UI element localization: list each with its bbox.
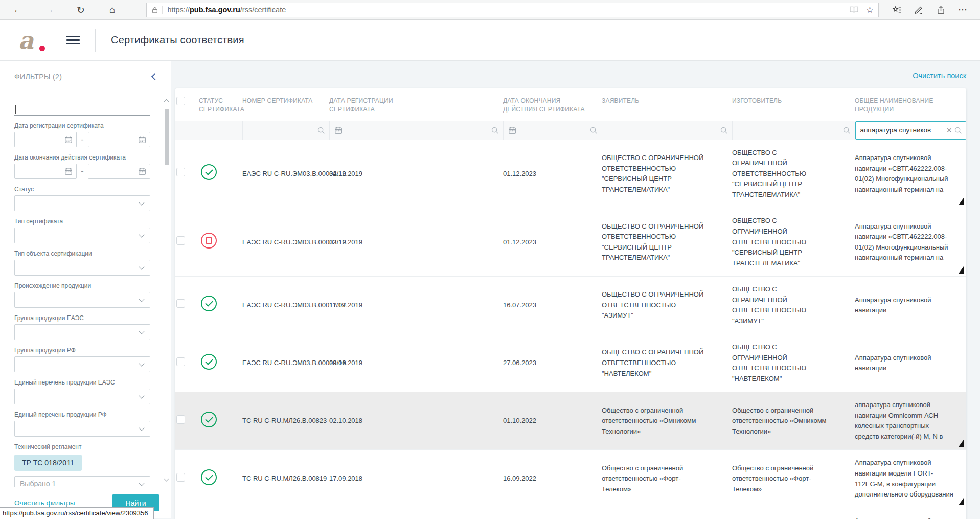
menu-hamburger-icon[interactable] xyxy=(66,34,80,47)
results-table-card: СТАТУС СЕРТИФИКАТАНОМЕР СЕРТИФИКАТАДАТА … xyxy=(175,88,966,519)
table-row[interactable]: ЕАЭС RU С-RU.ЭМ03.В.00033/1902.12.201901… xyxy=(175,208,966,277)
column-header-manufacturer[interactable]: ИЗГОТОВИТЕЛЬ xyxy=(732,97,782,105)
filter-label: Тип объекта сертификации xyxy=(14,250,150,257)
status-valid-icon xyxy=(201,412,217,427)
column-filter-cell[interactable] xyxy=(732,121,855,140)
select-all-checkbox[interactable] xyxy=(176,97,185,105)
address-bar[interactable]: https://pub.fsa.gov.ru/rss/certificate ☆ xyxy=(146,3,879,17)
filter-select[interactable] xyxy=(14,421,150,437)
column-filter-cell[interactable]: аппаратура спутников× xyxy=(855,121,966,140)
column-header-number[interactable]: НОМЕР СЕРТИФИКАТА xyxy=(242,97,313,105)
date-from-input[interactable] xyxy=(14,164,77,179)
column-header-reg_date[interactable]: ДАТА РЕГИСТРАЦИИ СЕРТИФИКАТА xyxy=(329,97,411,115)
app-header: а Сертификаты соответствия xyxy=(0,20,980,61)
home-icon[interactable]: ⌂ xyxy=(106,4,119,15)
manufacturer: Общество с ограниченной ответственностью… xyxy=(732,392,855,450)
column-filter-cell[interactable] xyxy=(242,121,329,140)
favorite-star-icon[interactable]: ☆ xyxy=(866,5,874,15)
column-header-status[interactable]: СТАТУС СЕРТИФИКАТА xyxy=(199,97,244,115)
filter-select[interactable] xyxy=(14,260,150,276)
column-filter-cell[interactable] xyxy=(329,121,503,140)
row-checkbox[interactable] xyxy=(176,357,185,366)
table-row[interactable]: ЕАЭС RU С-RU.ЭМ03.В.00009/1928.06.201927… xyxy=(175,334,966,392)
table-row[interactable]: ТС RU С-RU.МЛ26.В.0081817.09.201816.09.2… xyxy=(175,508,966,519)
filter-label: Дата регистрации сертификата xyxy=(14,122,150,129)
table-row[interactable]: ЕАЭС RU С-RU.ЭМ03.В.00011/1917.07.201916… xyxy=(175,277,966,334)
forward-icon[interactable]: → xyxy=(43,4,56,15)
sidebar-scrollbar[interactable] xyxy=(163,98,170,483)
clear-filters-link[interactable]: Очистить фильтры xyxy=(14,499,75,507)
date-to-input[interactable] xyxy=(88,132,150,147)
filter-label: Группа продукции РФ xyxy=(14,347,150,354)
collapse-sidebar-icon[interactable] xyxy=(151,73,158,80)
hub-favorites-icon[interactable] xyxy=(892,6,902,14)
filter-text-input[interactable] xyxy=(14,103,150,116)
fsa-logo[interactable]: а xyxy=(18,26,46,55)
row-checkbox[interactable] xyxy=(176,415,185,424)
filter-select[interactable] xyxy=(14,356,150,372)
filter-select[interactable] xyxy=(14,228,150,243)
expiration-date: 01.12.2023 xyxy=(503,208,602,277)
selected-filter-chip[interactable]: ТР ТС 018/2011 xyxy=(14,455,82,471)
row-checkbox[interactable] xyxy=(176,236,185,245)
lock-icon xyxy=(151,6,158,14)
calendar-icon xyxy=(64,136,73,144)
filter-select[interactable] xyxy=(14,324,150,340)
scroll-down-icon[interactable] xyxy=(164,477,169,482)
browser-status-tooltip: https://pub.fsa.gov.ru/rss/certificate/v… xyxy=(0,507,154,519)
logo-letter: а xyxy=(18,27,34,54)
browser-toolbar: ← → ↻ ⌂ https://pub.fsa.gov.ru/rss/certi… xyxy=(0,0,980,20)
reading-view-icon[interactable] xyxy=(849,6,859,14)
applicant: Общество с ограниченной ответственностью… xyxy=(602,392,732,450)
table-row[interactable]: ЕАЭС RU С-RU.ЭМ03.В.00034/1902.12.201901… xyxy=(175,140,966,208)
calendar-icon xyxy=(138,136,146,144)
row-checkbox[interactable] xyxy=(176,473,185,482)
product-name: Аппаратура спутниковой навигации xyxy=(855,277,966,334)
scrollbar-thumb[interactable] xyxy=(165,109,169,165)
product-name: аппаратура спутниковой навигации Omnicom… xyxy=(855,392,966,450)
truncation-marker-icon xyxy=(959,498,964,505)
expiration-date: 16.07.2023 xyxy=(503,277,602,334)
filter-select[interactable] xyxy=(14,292,150,308)
date-from-input[interactable] xyxy=(14,132,77,147)
more-menu-icon[interactable]: ⋯ xyxy=(958,4,968,15)
logo-dot xyxy=(39,46,45,51)
column-filter-cell[interactable] xyxy=(503,121,602,140)
column-filter-cell[interactable] xyxy=(602,121,732,140)
calendar-icon xyxy=(508,126,516,134)
share-icon[interactable] xyxy=(936,6,946,14)
truncation-marker-icon xyxy=(959,198,964,205)
filter-select[interactable] xyxy=(14,389,150,404)
certificate-number: ЕАЭС RU С-RU.ЭМ03.В.00009/19 xyxy=(242,334,329,392)
certificate-number: ТС RU С-RU.МЛ26.В.00823 xyxy=(242,392,329,450)
column-header-product[interactable]: ОБЩЕЕ НАИМЕНОВАНИЕ ПРОДУКЦИИ xyxy=(855,97,937,115)
clear-search-link[interactable]: Очистить поиск xyxy=(913,72,966,80)
table-row[interactable]: ТС RU С-RU.МЛ26.В.0081917.09.201816.09.2… xyxy=(175,450,966,508)
registration-date: 02.12.2019 xyxy=(329,140,503,208)
annotate-pen-icon[interactable] xyxy=(914,6,924,14)
filter-select[interactable] xyxy=(14,195,150,211)
registration-date: 17.07.2019 xyxy=(329,277,503,334)
column-header-applicant[interactable]: ЗАЯВИТЕЛЬ xyxy=(602,97,639,105)
date-range-dash: - xyxy=(81,167,83,176)
manufacturer: ОБЩЕСТВО С ОГРАНИЧЕННОЙ ОТВЕТСТВЕННОСТЬЮ… xyxy=(732,208,855,277)
certificates-table: СТАТУС СЕРТИФИКАТАНОМЕР СЕРТИФИКАТАДАТА … xyxy=(175,88,966,519)
table-row[interactable]: ТС RU С-RU.МЛ26.В.0082302.10.201801.10.2… xyxy=(175,392,966,450)
search-icon xyxy=(317,126,325,134)
filters-title: ФИЛЬТРЫ (2) xyxy=(14,73,62,81)
filter-fields: Дата регистрации сертификата-Дата оконча… xyxy=(0,93,171,487)
clear-icon[interactable]: × xyxy=(946,126,952,135)
product-search-input[interactable]: аппаратура спутников× xyxy=(855,121,967,140)
column-header-exp_date[interactable]: ДАТА ОКОНЧАНИЯ ДЕЙСТВИЯ СЕРТИФИКАТА xyxy=(503,97,585,115)
refresh-icon[interactable]: ↻ xyxy=(74,4,87,16)
table-header-row: СТАТУС СЕРТИФИКАТАНОМЕР СЕРТИФИКАТАДАТА … xyxy=(175,88,966,121)
scroll-up-icon[interactable] xyxy=(164,99,169,104)
product-name: Аппаратура спутниковой навигации модели … xyxy=(855,508,966,519)
back-icon[interactable]: ← xyxy=(11,4,25,15)
date-to-input[interactable] xyxy=(88,164,150,179)
filter-select[interactable]: Выбрано 1 xyxy=(14,476,150,487)
header-divider xyxy=(95,29,96,52)
calendar-icon xyxy=(64,167,73,175)
row-checkbox[interactable] xyxy=(176,299,185,308)
row-checkbox[interactable] xyxy=(176,168,185,176)
